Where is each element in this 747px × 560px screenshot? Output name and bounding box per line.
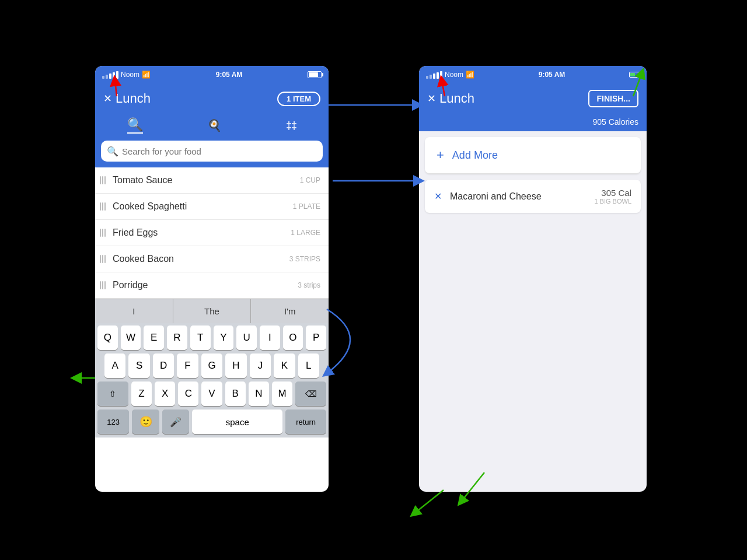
key-m[interactable]: M [272,382,292,406]
food-name: Porridge [113,280,293,290]
plus-icon: + [437,148,444,163]
key-return[interactable]: return [285,410,326,434]
key-r[interactable]: R [167,326,187,350]
food-name: Cooked Bacon [113,254,285,264]
key-o[interactable]: O [283,326,303,350]
search-tabs: 🔍 🍳 ‡‡ [95,114,329,137]
key-b[interactable]: B [225,382,246,406]
food-name: Cooked Spaghetti [113,201,288,212]
food-qty: 1 LARGE [291,229,320,237]
search-icon: 🔍 [107,146,118,157]
meal-cal-unit: 1 BIG BOWL [594,198,631,205]
food-qty: 1 CUP [300,176,320,184]
food-list: Tomato Sauce 1 CUP Cooked Spaghetti 1 PL… [95,167,329,299]
key-space[interactable]: space [192,410,282,434]
autocomplete-im[interactable]: I'm [251,299,329,323]
meal-cal: 305 Cal 1 BIG BOWL [594,188,631,205]
key-e[interactable]: E [144,326,164,350]
key-123[interactable]: 123 [97,410,129,434]
svg-line-7 [414,490,444,513]
nav-bar-left: ✕ Lunch 1 ITEM [95,83,329,114]
status-bar-left: Noom 📶 9:05 AM [95,66,329,83]
keyboard-row-4: 123 🙂 🎤 space return [95,407,329,438]
list-item[interactable]: Cooked Bacon 3 STRIPS [95,246,329,272]
key-c[interactable]: C [178,382,198,406]
drag-handle [100,255,106,263]
key-x[interactable]: X [155,382,175,406]
nav-bar-right: ✕ Lunch FINISH... [419,83,647,114]
search-bar[interactable]: 🔍 [101,141,323,162]
key-p[interactable]: P [306,326,326,350]
keyboard: Q W E R T Y U I O P A S D F G H J K L ⇧ … [95,323,329,438]
key-z[interactable]: Z [131,382,152,406]
meal-cal-num: 305 Cal [594,188,631,198]
key-a[interactable]: A [104,354,125,378]
key-backspace[interactable]: ⌫ [295,382,326,406]
nav-title-left: Lunch [116,91,151,106]
keyboard-row-2: A S D F G H J K L [95,351,329,379]
key-emoji[interactable]: 🙂 [132,410,159,434]
add-more-label: Add More [452,149,498,162]
key-j[interactable]: J [250,354,271,378]
calories-bar: 905 Calories [419,114,647,131]
left-phone: Noom 📶 9:05 AM ✕ Lunch 1 ITEM 🔍 🍳 ‡‡ 🔍 [95,66,329,492]
right-phone: Noom 📶 9:05 AM ✕ Lunch FINISH... 905 Cal… [419,66,647,492]
meal-name: Macaroni and Cheese [450,191,594,202]
item-badge[interactable]: 1 ITEM [277,92,320,106]
key-t[interactable]: T [190,326,211,350]
time-right: 9:05 AM [539,71,566,79]
key-w[interactable]: W [121,326,141,350]
wifi-icon-left: 📶 [142,71,151,79]
key-v[interactable]: V [201,382,222,406]
list-item[interactable]: Cooked Spaghetti 1 PLATE [95,194,329,220]
keyboard-row-3: ⇧ Z X C V B N M ⌫ [95,379,329,407]
wifi-icon-right: 📶 [466,71,474,79]
key-y[interactable]: Y [214,326,234,350]
key-k[interactable]: K [274,354,295,378]
key-shift[interactable]: ⇧ [97,382,128,406]
key-n[interactable]: N [249,382,269,406]
key-mic[interactable]: 🎤 [162,410,190,434]
key-s[interactable]: S [128,354,149,378]
finish-button[interactable]: FINISH... [588,90,638,107]
autocomplete-the[interactable]: The [173,299,252,323]
list-item[interactable]: Fried Eggs 1 LARGE [95,220,329,246]
food-name: Fried Eggs [113,228,286,238]
battery-left [308,71,322,78]
search-bar-wrapper: 🔍 [95,137,329,167]
tab-search[interactable]: 🔍 [127,117,143,134]
food-name: Tomato Sauce [113,175,295,186]
tab-barcode[interactable]: ‡‡ [286,120,296,132]
food-qty: 1 PLATE [293,202,320,211]
drag-handle [100,229,106,237]
food-qty: 3 STRIPS [289,255,320,263]
list-item[interactable]: Tomato Sauce 1 CUP [95,167,329,194]
key-f[interactable]: F [177,354,198,378]
meal-remove-icon[interactable]: ✕ [434,191,442,202]
autocomplete-i[interactable]: I [95,299,173,323]
add-more-button[interactable]: + Add More [425,137,641,174]
drag-handle [100,202,106,211]
key-h[interactable]: H [225,354,246,378]
carrier-right: Noom [445,71,463,79]
search-input[interactable] [122,146,317,156]
key-i[interactable]: I [260,326,280,350]
food-qty: 3 strips [298,281,320,289]
autocomplete-bar: I The I'm [95,299,329,323]
key-u[interactable]: U [236,326,257,350]
carrier-left: Noom [121,71,139,79]
close-icon-left[interactable]: ✕ [103,92,112,105]
key-l[interactable]: L [298,354,319,378]
status-bar-right: Noom 📶 9:05 AM [419,66,647,83]
close-icon-right[interactable]: ✕ [427,92,436,105]
meal-item[interactable]: ✕ Macaroni and Cheese 305 Cal 1 BIG BOWL [425,180,641,213]
drag-handle [100,281,106,289]
list-item[interactable]: Porridge 3 strips [95,272,329,299]
key-q[interactable]: Q [97,326,118,350]
time-left: 9:05 AM [216,71,243,79]
key-g[interactable]: G [201,354,222,378]
drag-handle [100,176,106,184]
tab-cook[interactable]: 🍳 [207,118,222,132]
keyboard-row-1: Q W E R T Y U I O P [95,323,329,351]
key-d[interactable]: D [153,354,174,378]
